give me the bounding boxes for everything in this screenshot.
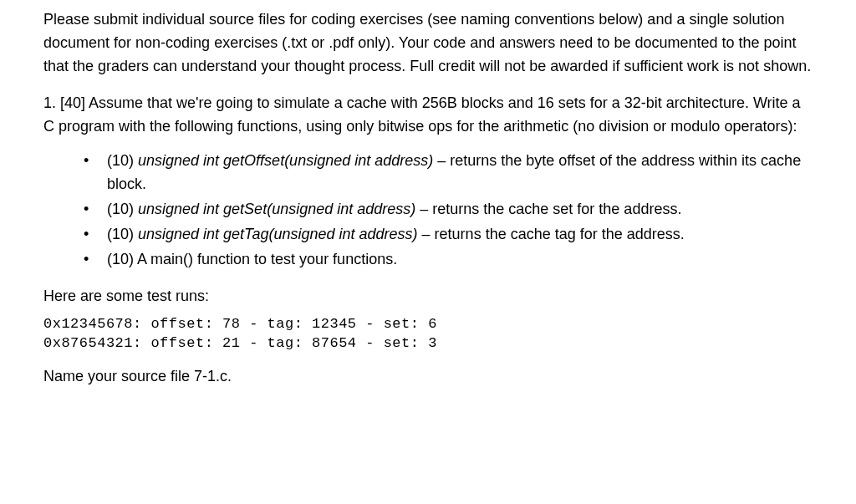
points-label: (10) [107,226,138,242]
function-signature: unsigned int getTag(unsigned int address… [138,226,418,242]
list-item: (10) unsigned int getSet(unsigned int ad… [84,198,813,221]
points-label: (10) A main() function to test your func… [107,251,397,267]
sub-question-list: (10) unsigned int getOffset(unsigned int… [43,150,813,271]
test-runs-label: Here are some test runs: [43,285,813,308]
instructions-paragraph: Please submit individual source files fo… [43,8,813,79]
points-label: (10) [107,152,138,169]
function-description: – returns the cache tag for the address. [418,226,685,242]
test-output-block: 0x12345678: offset: 78 - tag: 12345 - se… [43,315,813,354]
function-signature: unsigned int getOffset(unsigned int addr… [138,152,433,169]
function-description: – returns the cache set for the address. [415,201,681,217]
list-item: (10) unsigned int getOffset(unsigned int… [84,150,813,196]
question-prompt: 1. [40] Assume that we're going to simul… [43,92,813,139]
list-item: (10) unsigned int getTag(unsigned int ad… [84,223,813,247]
points-label: (10) [107,201,138,217]
file-naming-instruction: Name your source file 7-1.c. [43,365,813,389]
function-signature: unsigned int getSet(unsigned int address… [138,201,415,217]
list-item: (10) A main() function to test your func… [84,248,813,272]
